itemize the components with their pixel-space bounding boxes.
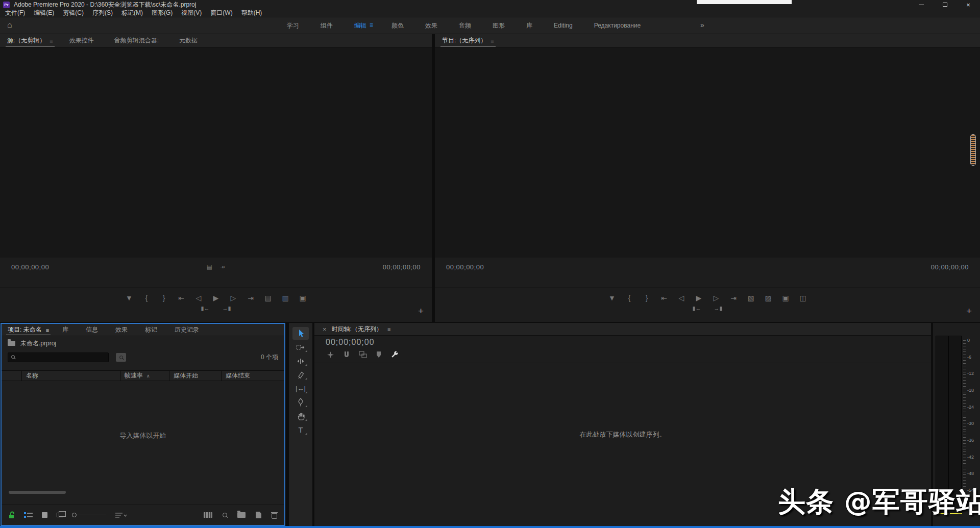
panel-menu-icon[interactable]: ≡: [387, 326, 390, 332]
menu-sequence[interactable]: 序列(S): [92, 9, 113, 17]
nest-insert-icon[interactable]: [327, 351, 334, 359]
column-name[interactable]: 名称: [21, 371, 120, 381]
project-empty-area[interactable]: 导入媒体以开始: [2, 381, 284, 500]
workspace-tab-assembly[interactable]: 组件: [321, 21, 336, 30]
pen-tool[interactable]: [292, 396, 309, 409]
search-input[interactable]: [8, 353, 109, 362]
workspace-tab-editing-en[interactable]: Editing: [554, 22, 576, 29]
workspace-tab-libraries[interactable]: 库: [526, 21, 535, 30]
menu-edit[interactable]: 编辑(E): [34, 9, 54, 17]
timeline-settings-icon[interactable]: [390, 350, 399, 359]
export-frame-button[interactable]: ▣: [781, 294, 790, 302]
menu-file[interactable]: 文件(F): [5, 9, 25, 17]
go-to-in-button[interactable]: ⇤: [177, 294, 186, 302]
menu-markers[interactable]: 标记(M): [121, 9, 143, 17]
go-to-previous-edit-button[interactable]: ▮←: [692, 305, 701, 312]
hand-tool[interactable]: [292, 410, 309, 422]
source-button-editor-add[interactable]: +: [418, 306, 424, 317]
tab-audio-clip-mixer[interactable]: 音频剪辑混合器:: [114, 34, 163, 47]
play-button[interactable]: ▶: [211, 294, 220, 302]
maximize-button[interactable]: [933, 0, 957, 9]
mark-in-button[interactable]: {: [625, 294, 634, 302]
menu-clip[interactable]: 剪辑(C): [63, 9, 84, 17]
workspace-tab-graphics[interactable]: 图形: [493, 21, 508, 30]
menu-graphics[interactable]: 图形(G): [152, 9, 173, 17]
comparison-view-button[interactable]: ◫: [798, 294, 807, 302]
tab-project[interactable]: 项目: 未命名≡: [8, 324, 49, 336]
find-icon[interactable]: [223, 513, 227, 517]
add-marker-button[interactable]: ▼: [125, 294, 134, 302]
bin-name[interactable]: 未命名.prproj: [20, 339, 56, 348]
menu-view[interactable]: 视图(V): [181, 9, 202, 17]
slip-tool[interactable]: |↔|: [292, 382, 309, 395]
export-frame-button[interactable]: ▣: [298, 294, 307, 302]
source-timecode-current[interactable]: 00;00;00;00: [11, 263, 49, 271]
linked-selection-icon[interactable]: [359, 351, 367, 358]
workspace-tab-learning[interactable]: 学习: [287, 21, 302, 30]
automate-to-sequence-icon[interactable]: [204, 512, 212, 518]
tab-program[interactable]: 节目:（无序列）≡: [442, 34, 494, 47]
step-forward-button[interactable]: ▷: [712, 294, 721, 302]
selection-tool[interactable]: [292, 327, 309, 340]
tab-effects[interactable]: 效果: [115, 324, 132, 336]
freeform-view-icon[interactable]: [57, 513, 63, 517]
sort-icon[interactable]: [115, 512, 127, 518]
workspace-tab-editing[interactable]: 编辑≡: [354, 21, 373, 30]
go-to-next-edit-button[interactable]: →▮: [714, 305, 723, 312]
timeline-tab[interactable]: 时间轴:（无序列）: [332, 325, 382, 334]
find-in-bin-icon[interactable]: [116, 353, 126, 362]
lift-button[interactable]: ▧: [746, 294, 755, 302]
tab-history[interactable]: 历史记录: [175, 324, 203, 336]
go-to-previous-marker-button[interactable]: ▮←: [201, 305, 210, 312]
column-media-start[interactable]: 媒体开始: [169, 371, 221, 381]
go-to-out-button[interactable]: ⇥: [729, 294, 738, 302]
new-bin-icon[interactable]: [237, 512, 246, 518]
close-button[interactable]: ×: [957, 0, 980, 9]
add-marker-icon[interactable]: [376, 351, 382, 358]
step-forward-button[interactable]: ▷: [229, 294, 238, 302]
insert-button[interactable]: ▤: [263, 294, 273, 302]
workspace-tab-effects[interactable]: 效果: [425, 21, 440, 30]
drag-audio-icon[interactable]: ↠: [220, 263, 226, 270]
tab-markers[interactable]: 标记: [145, 324, 161, 336]
step-back-button[interactable]: ◁: [194, 294, 203, 302]
icon-view-icon[interactable]: [42, 512, 47, 518]
workspace-tab-audio[interactable]: 音频: [459, 21, 474, 30]
home-button[interactable]: ⌂: [7, 20, 12, 30]
overwrite-button[interactable]: ▥: [281, 294, 290, 302]
timeline-timecode[interactable]: 00;00;00;00: [326, 338, 931, 347]
drag-video-icon[interactable]: ▤: [207, 263, 213, 270]
extract-button[interactable]: ▨: [764, 294, 773, 302]
ripple-edit-tool[interactable]: [292, 355, 309, 367]
snap-icon[interactable]: [343, 351, 350, 359]
program-button-editor-add[interactable]: +: [966, 306, 972, 317]
mark-out-button[interactable]: }: [159, 294, 168, 302]
go-to-in-button[interactable]: ⇤: [659, 294, 669, 302]
column-frame-rate[interactable]: 帧速率∧: [120, 371, 169, 381]
workspace-tab-editing-ru[interactable]: Редактирование: [594, 22, 644, 29]
delete-icon[interactable]: [272, 513, 277, 519]
type-tool[interactable]: T: [292, 423, 309, 436]
workspace-overflow-button[interactable]: »: [700, 21, 704, 29]
add-marker-button[interactable]: ▼: [607, 294, 617, 302]
column-media-end[interactable]: 媒体结束: [221, 371, 284, 381]
panel-close-icon[interactable]: ×: [323, 325, 327, 333]
track-select-forward-tool[interactable]: [292, 341, 309, 354]
razor-tool[interactable]: [292, 368, 309, 381]
tab-effect-controls[interactable]: 效果控件: [69, 34, 98, 47]
play-button[interactable]: ▶: [694, 294, 703, 302]
mark-out-button[interactable]: }: [642, 294, 651, 302]
program-timecode-current[interactable]: 00;00;00;00: [446, 263, 484, 271]
minimize-button[interactable]: [910, 0, 933, 9]
zoom-slider[interactable]: [72, 513, 106, 517]
tab-libraries[interactable]: 库: [62, 324, 72, 336]
go-to-next-marker-button[interactable]: →▮: [222, 305, 231, 312]
menu-window[interactable]: 窗口(W): [210, 9, 232, 17]
workspace-tab-color[interactable]: 颜色: [391, 21, 407, 30]
horizontal-scrollbar[interactable]: [9, 491, 66, 494]
tab-source[interactable]: 源:（无剪辑）≡: [7, 34, 53, 47]
go-to-out-button[interactable]: ⇥: [246, 294, 255, 302]
mark-in-button[interactable]: {: [142, 294, 151, 302]
list-view-icon[interactable]: [24, 512, 33, 518]
step-back-button[interactable]: ◁: [677, 294, 686, 302]
